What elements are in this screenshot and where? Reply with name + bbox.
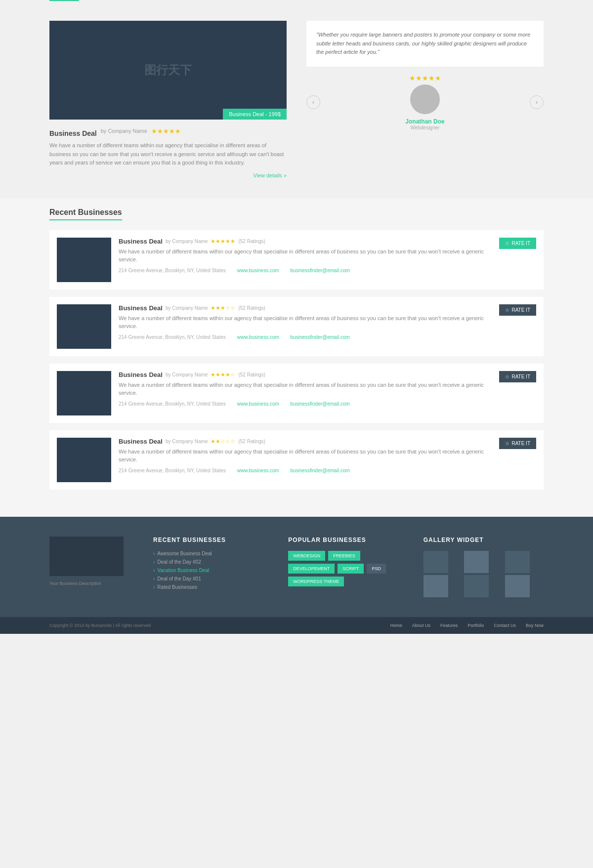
footer-arrow-icon: › xyxy=(153,568,155,573)
view-details-link[interactable]: View details » xyxy=(49,172,287,178)
business-address: 214 Greene Avenue, Brooklyn, NY, United … xyxy=(119,268,492,273)
business-desc: We have a number of different teams with… xyxy=(119,248,492,264)
testimonial-stars: ★★★★★ xyxy=(320,74,530,82)
business-stars: ★★★★☆ xyxy=(211,372,235,378)
footer-recent-item[interactable]: › Awesome Business Deal xyxy=(153,551,273,556)
footer-recent-col: RECENT BUSINESSES › Awesome Business Dea… xyxy=(153,537,273,597)
footer-nav-link[interactable]: Contact Us xyxy=(494,623,516,628)
business-thumb xyxy=(57,438,111,482)
next-arrow-button[interactable]: › xyxy=(530,95,544,109)
popular-tag-button[interactable]: DEVELOPEMENT xyxy=(288,564,335,574)
footer-nav-link[interactable]: Portfolio xyxy=(467,623,484,628)
prev-arrow-button[interactable]: ‹ xyxy=(306,95,320,109)
featured-desc: We have a number of different teams with… xyxy=(49,141,287,167)
rate-it-button[interactable]: ☆ RATE IT xyxy=(499,238,536,249)
business-website-link[interactable]: www.business.com xyxy=(237,268,279,273)
business-by: by Company Name xyxy=(166,305,208,311)
business-thumb xyxy=(57,304,111,349)
gallery-thumb-6 xyxy=(505,575,530,597)
business-cards-container: Business Deal by Company Name ★★★★★ (52 … xyxy=(49,230,544,490)
featured-by: by Company Name xyxy=(101,128,147,134)
footer-recent-item[interactable]: › Vacation Business Deal xyxy=(153,568,273,573)
business-info: Business Deal by Company Name ★★☆☆☆ (52 … xyxy=(119,438,492,473)
bottom-footer: Copyright © 2014 by Buisancite | All rig… xyxy=(0,617,593,634)
footer-nav-link[interactable]: Features xyxy=(440,623,458,628)
gallery-thumb-2 xyxy=(464,551,489,573)
business-email-link[interactable]: businessfinder@email.com xyxy=(291,401,350,407)
page-wrapper: 图行天下 Business Deal - 199$ Business Deal … xyxy=(0,0,593,634)
business-card: Business Deal by Company Name ★★☆☆☆ (52 … xyxy=(49,430,544,490)
business-email-link[interactable]: businessfinder@email.com xyxy=(291,334,350,340)
business-name: Business Deal xyxy=(119,371,163,378)
rate-it-button[interactable]: ☆ RATE IT xyxy=(499,304,536,316)
top-section: 图行天下 Business Deal - 199$ Business Deal … xyxy=(0,11,593,198)
testimonial-nav: ‹ ★★★★★ Jonathan Doe Webdesigner › xyxy=(306,74,544,130)
footer-logo-image xyxy=(49,537,124,576)
footer-recent-item[interactable]: › Deal of the Day #02 xyxy=(153,559,273,565)
business-desc: We have a number of different teams with… xyxy=(119,381,492,397)
footer-nav-link[interactable]: Buy Now xyxy=(526,623,544,628)
testimonial-quote: "Whether you require large banners and p… xyxy=(316,31,534,57)
footer-arrow-icon: › xyxy=(153,584,155,590)
recent-businesses-title: Recent Businesses xyxy=(49,208,122,220)
business-thumb xyxy=(57,371,111,415)
footer-arrow-icon: › xyxy=(153,551,155,556)
top-divider xyxy=(49,0,79,1)
business-card: Business Deal by Company Name ★★★★★ (52 … xyxy=(49,230,544,289)
featured-business: 图行天下 Business Deal - 199$ Business Deal … xyxy=(49,21,287,178)
business-website-link[interactable]: www.business.com xyxy=(237,468,279,473)
popular-tag-button[interactable]: WORDPRESS THEME xyxy=(288,577,344,586)
ratings-count: (52 Ratings) xyxy=(238,439,265,444)
business-by: by Company Name xyxy=(166,372,208,377)
rate-it-button[interactable]: ☆ RATE IT xyxy=(499,438,536,449)
footer-arrow-icon: › xyxy=(153,576,155,581)
footer-logo-col: Your Business Description xyxy=(49,537,138,597)
footer-arrow-icon: › xyxy=(153,559,155,565)
rate-icon: ☆ xyxy=(505,307,509,313)
footer-nav-link[interactable]: Home xyxy=(390,623,402,628)
gallery-thumb-5 xyxy=(464,575,489,597)
business-name: Business Deal xyxy=(119,304,163,312)
business-email-link[interactable]: businessfinder@email.com xyxy=(291,268,350,273)
popular-tag-button[interactable]: SCRIPT xyxy=(338,564,364,574)
popular-tag-button[interactable]: WEBDESIGN xyxy=(288,551,325,561)
popular-tag-button[interactable]: FREEBIES xyxy=(328,551,360,561)
business-name: Business Deal xyxy=(119,238,163,245)
recent-businesses-section: Recent Businesses Business Deal by Compa… xyxy=(0,198,593,517)
business-website-link[interactable]: www.business.com xyxy=(237,401,279,407)
business-stars: ★★★★★ xyxy=(211,238,235,245)
business-address: 214 Greene Avenue, Brooklyn, NY, United … xyxy=(119,468,492,473)
gallery-thumb-3 xyxy=(505,551,530,573)
ratings-count: (52 Ratings) xyxy=(238,372,265,377)
business-info: Business Deal by Company Name ★★★★☆ (52 … xyxy=(119,371,492,407)
featured-badge: Business Deal - 199$ xyxy=(223,109,287,120)
business-thumb xyxy=(57,238,111,282)
business-stars: ★★★☆☆ xyxy=(211,305,235,311)
business-desc: We have a number of different teams with… xyxy=(119,314,492,331)
footer-gallery-col: GALLERY WIDGET xyxy=(424,537,544,597)
footer-gallery-title: GALLERY WIDGET xyxy=(424,537,544,543)
business-info: Business Deal by Company Name ★★★★★ (52 … xyxy=(119,238,492,273)
footer-nav-link[interactable]: About Us xyxy=(412,623,430,628)
testimonial-section: "Whether you require large banners and p… xyxy=(306,21,544,178)
business-desc: We have a number of different teams with… xyxy=(119,448,492,464)
rate-icon: ☆ xyxy=(505,441,509,446)
footer-nav: HomeAbout UsFeaturesPortfolioContact UsB… xyxy=(390,623,544,628)
footer-recent-item[interactable]: › Deal of the Day #01 xyxy=(153,576,273,581)
featured-title: Business Deal xyxy=(49,129,97,137)
business-email-link[interactable]: businessfinder@email.com xyxy=(291,468,350,473)
business-website-link[interactable]: www.business.com xyxy=(237,334,279,340)
business-card: Business Deal by Company Name ★★★☆☆ (52 … xyxy=(49,297,544,356)
footer-recent-item[interactable]: › Rated Businesses xyxy=(153,584,273,590)
gallery-thumb-4 xyxy=(424,575,448,597)
avatar xyxy=(410,84,440,114)
popular-tag-button[interactable]: PSD xyxy=(367,564,386,574)
business-name: Business Deal xyxy=(119,438,163,445)
business-by: by Company Name xyxy=(166,439,208,444)
testimonial-person: ★★★★★ Jonathan Doe Webdesigner xyxy=(320,74,530,130)
gallery-thumb-1 xyxy=(424,551,448,573)
rate-it-button[interactable]: ☆ RATE IT xyxy=(499,371,536,382)
testimonial-box: "Whether you require large banners and p… xyxy=(306,21,544,67)
ratings-count: (52 Ratings) xyxy=(238,305,265,311)
business-address: 214 Greene Avenue, Brooklyn, NY, United … xyxy=(119,401,492,407)
